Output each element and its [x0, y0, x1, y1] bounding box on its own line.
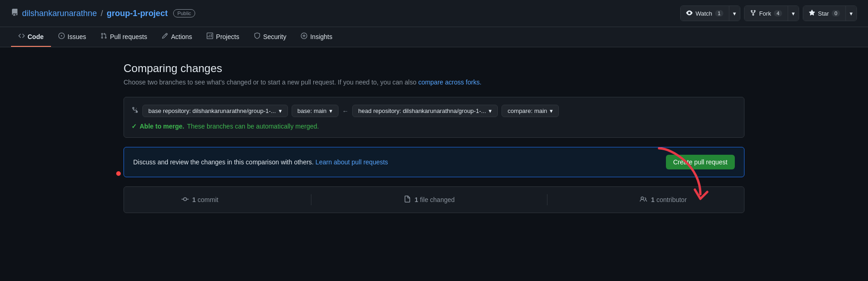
- top-header: dilshankarunarathne / group-1-project Pu…: [0, 0, 868, 27]
- watch-dropdown[interactable]: ▾: [729, 6, 740, 21]
- discuss-text: Discuss and review the changes in this c…: [133, 158, 388, 166]
- watch-label: Watch: [695, 10, 712, 17]
- projects-icon: [207, 33, 213, 40]
- base-branch-select[interactable]: base: main ▾: [292, 105, 339, 117]
- fork-label: Fork: [759, 10, 771, 17]
- head-repo-chevron: ▾: [489, 107, 492, 114]
- base-branch-label: base: main: [298, 107, 327, 114]
- tab-insights[interactable]: Insights: [293, 27, 339, 47]
- fork-count: 4: [774, 10, 782, 17]
- merge-label: Able to merge.: [140, 123, 184, 130]
- repo-name[interactable]: group-1-project: [107, 9, 168, 18]
- merge-text: These branches can be automatically merg…: [187, 123, 319, 130]
- header-actions: Watch 1 ▾ Fork 4 ▾: [680, 6, 857, 21]
- tab-issues[interactable]: Issues: [51, 27, 93, 47]
- code-icon: [18, 33, 25, 40]
- watch-icon: [686, 10, 693, 17]
- red-dot-indicator: [116, 171, 121, 176]
- repo-owner[interactable]: dilshankarunarathne: [22, 9, 97, 18]
- contributors-count: 1 contributor: [651, 196, 687, 203]
- base-repo-label: base repository: dilshankarunarathne/gro…: [148, 107, 276, 114]
- tab-code-label: Code: [28, 33, 44, 40]
- fork-group: Fork 4 ▾: [744, 6, 799, 21]
- insights-icon: [301, 33, 307, 40]
- commits-count: 1 commit: [192, 196, 219, 203]
- tab-projects[interactable]: Projects: [199, 27, 247, 47]
- compare-forks-link[interactable]: compare across forks.: [418, 79, 482, 86]
- discuss-banner: Discuss and review the changes in this c…: [124, 147, 744, 177]
- page-description: Choose two branches to see what's change…: [124, 79, 744, 86]
- watch-count: 1: [715, 10, 723, 17]
- main-content: Comparing changes Choose two branches to…: [113, 47, 755, 228]
- star-dropdown[interactable]: ▾: [845, 6, 857, 21]
- star-button[interactable]: Star 0: [803, 6, 845, 21]
- tab-code[interactable]: Code: [11, 27, 51, 47]
- tab-projects-label: Projects: [216, 33, 239, 40]
- contributors-icon: [640, 196, 647, 204]
- repo-separator: /: [101, 9, 103, 18]
- star-label: Star: [818, 10, 829, 17]
- tab-pull-requests[interactable]: Pull requests: [93, 27, 154, 47]
- security-icon: [254, 33, 260, 40]
- fork-button[interactable]: Fork 4: [744, 6, 788, 21]
- check-icon: ✓: [131, 123, 137, 130]
- tab-security-label: Security: [263, 33, 287, 40]
- merge-status: ✓ Able to merge. These branches can be a…: [131, 123, 737, 130]
- commits-num: 1: [192, 196, 196, 203]
- visibility-badge: Public: [173, 9, 195, 17]
- fork-dropdown[interactable]: ▾: [788, 6, 799, 21]
- star-group: Star 0 ▾: [803, 6, 857, 21]
- head-repo-select[interactable]: head repository: dilshankarunarathna/gro…: [352, 105, 498, 117]
- stats-bar: 1 commit 1 file changed 1 contributor: [124, 186, 744, 213]
- compare-row: base repository: dilshankarunarathne/gro…: [131, 105, 737, 117]
- files-num: 1: [415, 196, 418, 203]
- tab-issues-label: Issues: [68, 33, 86, 40]
- arrow-left-icon: ←: [342, 107, 349, 115]
- base-repo-chevron: ▾: [279, 107, 282, 114]
- compare-icon: [131, 107, 139, 116]
- contributors-num: 1: [651, 196, 654, 203]
- stat-divider-2: [547, 194, 547, 205]
- repo-icon: [11, 9, 18, 18]
- files-count: 1 file changed: [415, 196, 455, 203]
- stat-files: 1 file changed: [404, 196, 455, 204]
- stat-commits: 1 commit: [181, 196, 219, 204]
- stat-divider-1: [311, 194, 311, 205]
- actions-icon: [162, 33, 168, 40]
- tab-pr-label: Pull requests: [110, 33, 147, 40]
- nav-tabs: Code Issues Pull requests Actions: [0, 27, 868, 47]
- head-repo-label: head repository: dilshankarunarathna/gro…: [358, 107, 486, 114]
- create-pull-request-button[interactable]: Create pull request: [666, 155, 735, 169]
- star-count: 0: [832, 10, 840, 17]
- base-repo-select[interactable]: base repository: dilshankarunarathne/gro…: [142, 105, 288, 117]
- repo-title: dilshankarunarathne / group-1-project Pu…: [11, 9, 195, 18]
- compare-branch-label: compare: main: [507, 107, 547, 114]
- issues-icon: [58, 33, 65, 40]
- star-icon: [809, 10, 815, 17]
- tab-actions[interactable]: Actions: [154, 27, 199, 47]
- watch-group: Watch 1 ▾: [680, 6, 740, 21]
- compare-branch-chevron: ▾: [550, 107, 553, 114]
- learn-about-pr-link[interactable]: Learn about pull requests: [316, 158, 388, 166]
- compare-box: base repository: dilshankarunarathne/gro…: [124, 97, 744, 138]
- discuss-text-content: Discuss and review the changes in this c…: [133, 158, 314, 166]
- stat-contributors: 1 contributor: [640, 196, 687, 204]
- fork-icon: [750, 10, 756, 17]
- pull-request-icon: [101, 33, 107, 40]
- commits-icon: [181, 196, 189, 204]
- tab-actions-label: Actions: [171, 33, 192, 40]
- page-title: Comparing changes: [124, 62, 744, 75]
- tab-insights-label: Insights: [310, 33, 332, 40]
- compare-branch-select[interactable]: compare: main ▾: [502, 105, 559, 117]
- base-branch-chevron: ▾: [329, 107, 333, 114]
- files-icon: [404, 196, 411, 204]
- watch-button[interactable]: Watch 1: [681, 6, 728, 21]
- tab-security[interactable]: Security: [247, 27, 294, 47]
- description-text: Choose two branches to see what's change…: [124, 79, 417, 86]
